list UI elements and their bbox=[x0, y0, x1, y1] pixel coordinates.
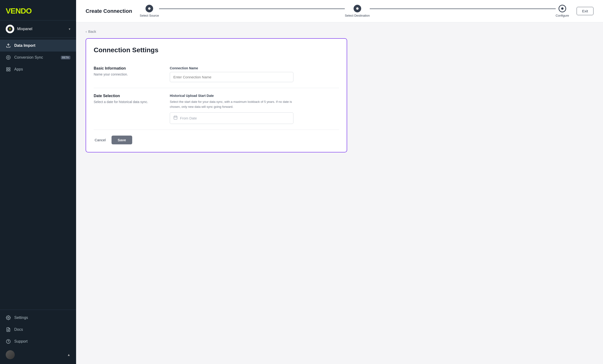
logo-area: VENDO bbox=[0, 0, 76, 21]
basic-info-desc: Name your connection. bbox=[94, 72, 160, 77]
step-line-2 bbox=[370, 9, 556, 9]
help-icon bbox=[6, 339, 11, 344]
step-label-source: Select Source bbox=[140, 14, 159, 17]
date-selection-section: Date Selection Select a date for histori… bbox=[94, 88, 339, 130]
date-selection-right: Historical Upload Start Date Select the … bbox=[170, 94, 339, 124]
account-name: Mixpanel bbox=[17, 27, 69, 31]
main-content: Create Connection Select Source Select D… bbox=[76, 0, 603, 364]
sidebar-item-apps-label: Apps bbox=[14, 67, 70, 71]
cancel-button[interactable]: Cancel bbox=[94, 136, 107, 144]
sidebar-item-docs-label: Docs bbox=[14, 327, 70, 332]
sidebar-item-data-import[interactable]: Data Import bbox=[0, 40, 76, 52]
from-date-placeholder: From Date bbox=[180, 116, 197, 120]
logo: VENDO bbox=[6, 7, 32, 15]
step-circle-source bbox=[146, 5, 153, 12]
basic-info-left: Basic Information Name your connection. bbox=[94, 66, 160, 82]
footer-chevron-icon[interactable]: ▲ bbox=[67, 353, 70, 357]
connection-name-label: Connection Name bbox=[170, 66, 339, 70]
stepper: Select Source Select Destination Configu… bbox=[140, 5, 569, 17]
date-selection-label: Date Selection bbox=[94, 94, 160, 98]
step-dot-source bbox=[148, 7, 151, 10]
doc-icon bbox=[6, 327, 11, 332]
date-selection-left: Date Selection Select a date for histori… bbox=[94, 94, 160, 124]
sidebar: VENDO Mixpanel ▾ Data Import bbox=[0, 0, 76, 364]
main-nav: Data Import Conversion Sync BETA Apps bbox=[0, 38, 76, 310]
back-chevron-icon: ‹ bbox=[86, 29, 87, 33]
step-circle-configure bbox=[558, 5, 566, 12]
account-chevron-icon: ▾ bbox=[69, 27, 70, 31]
svg-rect-7 bbox=[9, 68, 10, 69]
sync-icon bbox=[6, 55, 11, 60]
step-select-source: Select Source bbox=[140, 5, 159, 17]
account-switcher[interactable]: Mixpanel ▾ bbox=[0, 21, 76, 38]
grid-icon bbox=[6, 67, 11, 72]
page-title: Create Connection bbox=[86, 8, 132, 14]
sidebar-item-conversion-sync[interactable]: Conversion Sync BETA bbox=[0, 52, 76, 63]
back-label: Back bbox=[88, 29, 96, 33]
step-label-configure: Configure bbox=[556, 14, 569, 17]
sidebar-item-support-label: Support bbox=[14, 339, 70, 343]
step-dot-destination bbox=[356, 7, 359, 10]
svg-rect-9 bbox=[7, 70, 8, 71]
settings-title: Connection Settings bbox=[94, 46, 339, 54]
sidebar-item-apps[interactable]: Apps bbox=[0, 63, 76, 75]
svg-rect-8 bbox=[9, 70, 10, 71]
exit-button[interactable]: Exit bbox=[577, 7, 593, 15]
sidebar-bottom: Settings Docs bbox=[0, 310, 76, 364]
historical-upload-desc: Select the start date for your data sync… bbox=[170, 99, 293, 110]
step-line-1 bbox=[159, 9, 345, 9]
step-inner-configure bbox=[561, 7, 564, 10]
svg-point-0 bbox=[8, 27, 12, 31]
date-selection-desc: Select a date for historical data sync. bbox=[94, 99, 160, 104]
upload-icon bbox=[6, 43, 11, 48]
calendar-icon bbox=[173, 115, 178, 121]
svg-point-1 bbox=[9, 29, 10, 30]
back-link[interactable]: ‹ Back bbox=[86, 29, 593, 33]
sidebar-item-settings-label: Settings bbox=[14, 316, 70, 320]
sidebar-item-settings[interactable]: Settings bbox=[0, 312, 76, 324]
svg-point-5 bbox=[8, 57, 9, 58]
header: Create Connection Select Source Select D… bbox=[76, 0, 603, 22]
sidebar-item-docs[interactable]: Docs bbox=[0, 324, 76, 335]
save-button[interactable]: Save bbox=[112, 136, 132, 144]
sidebar-item-support[interactable]: Support bbox=[0, 335, 76, 347]
settings-card: Connection Settings Basic Information Na… bbox=[86, 38, 347, 153]
sidebar-item-conversion-sync-label: Conversion Sync bbox=[14, 55, 58, 60]
step-configure: Configure bbox=[556, 5, 569, 17]
svg-point-2 bbox=[10, 29, 11, 30]
user-footer[interactable]: ▲ bbox=[0, 347, 76, 362]
svg-point-4 bbox=[6, 55, 11, 60]
historical-upload-label: Historical Upload Start Date bbox=[170, 94, 339, 98]
connection-name-input[interactable] bbox=[170, 72, 293, 82]
step-select-destination: Select Destination bbox=[345, 5, 370, 17]
svg-rect-15 bbox=[174, 116, 177, 120]
date-input-wrapper[interactable]: From Date bbox=[170, 112, 293, 124]
form-actions: Cancel Save bbox=[94, 130, 339, 144]
svg-point-10 bbox=[8, 317, 9, 319]
basic-info-section: Basic Information Name your connection. … bbox=[94, 61, 339, 88]
page-content: ‹ Back Connection Settings Basic Informa… bbox=[76, 22, 603, 364]
basic-info-right: Connection Name bbox=[170, 66, 339, 82]
gear-icon bbox=[6, 315, 11, 320]
step-label-destination: Select Destination bbox=[345, 14, 370, 17]
step-circle-destination bbox=[354, 5, 361, 12]
svg-rect-6 bbox=[7, 68, 8, 69]
user-avatar bbox=[6, 350, 15, 359]
basic-info-label: Basic Information bbox=[94, 66, 160, 70]
sidebar-item-data-import-label: Data Import bbox=[14, 44, 70, 48]
beta-badge: BETA bbox=[61, 56, 70, 59]
account-icon bbox=[6, 25, 14, 33]
